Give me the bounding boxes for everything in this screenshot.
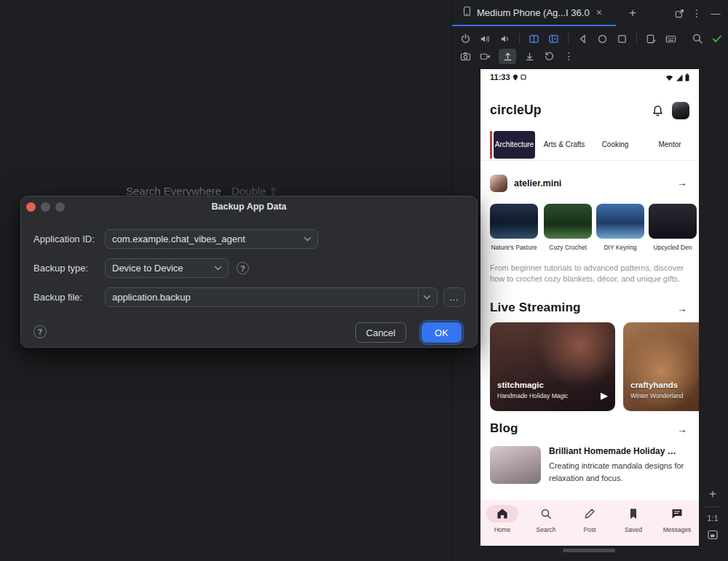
- stream-name: craftyhands: [630, 381, 678, 389]
- card-label: Upcycled Den: [646, 244, 699, 251]
- backup-app-data-dialog: Backup App Data Application ID: com.exam…: [20, 196, 478, 348]
- category-tabs: Architecture Arts & Crafts Cooking Mento…: [480, 129, 699, 161]
- backup-file-combobox[interactable]: application.backup: [105, 287, 438, 307]
- ok-button[interactable]: OK: [422, 322, 462, 343]
- volume-up-button[interactable]: [479, 33, 491, 45]
- live-streaming-heading: Live Streaming: [490, 301, 581, 315]
- app-title: circleUp: [490, 103, 542, 118]
- nav-post[interactable]: Post: [568, 500, 612, 546]
- stream-subtitle: Winter Wonderland: [630, 392, 684, 399]
- application-id-select[interactable]: com.example.chat_vibes_agent: [105, 229, 318, 249]
- tab-cooking[interactable]: Cooking: [594, 131, 636, 159]
- screenshot-settings-button[interactable]: [645, 33, 657, 45]
- backup-file-value: application.backup: [112, 292, 414, 303]
- validate-check-icon[interactable]: [711, 33, 723, 45]
- stream-subtitle: Handmade Holiday Magic: [497, 392, 568, 399]
- zoom-mode-button[interactable]: [691, 33, 703, 45]
- browse-file-button[interactable]: ...: [443, 287, 465, 307]
- tab-mentor[interactable]: Mentor: [649, 131, 690, 159]
- unfold-display-button[interactable]: [547, 33, 560, 45]
- application-id-value: com.example.chat_vibes_agent: [112, 234, 304, 244]
- nav-saved[interactable]: Saved: [612, 500, 655, 546]
- open-in-window-button[interactable]: [672, 6, 687, 20]
- snapshot-restore-button[interactable]: [543, 50, 555, 63]
- nav-search[interactable]: Search: [524, 500, 568, 546]
- profile-name: atelier.mini: [514, 178, 561, 188]
- fit-to-window-button[interactable]: [707, 529, 719, 544]
- kebab-icon: ⋮: [692, 7, 702, 19]
- tab-architecture[interactable]: Architecture: [494, 131, 535, 159]
- wifi-icon: [665, 74, 673, 81]
- card-natures-pasture[interactable]: [490, 204, 538, 239]
- user-avatar[interactable]: [672, 102, 689, 119]
- minimize-panel-button[interactable]: —: [708, 6, 723, 20]
- signal-icon: [676, 74, 683, 81]
- tab-close-icon[interactable]: ×: [596, 7, 602, 17]
- dialog-help-button[interactable]: ?: [33, 325, 47, 338]
- home-icon: [496, 507, 509, 520]
- toolbar-divider: [519, 33, 520, 44]
- blog-post-title[interactable]: Brilliant Homemade Holiday …: [549, 446, 692, 456]
- cancel-button[interactable]: Cancel: [355, 322, 406, 343]
- power-button[interactable]: [459, 33, 472, 45]
- combo-divider: [418, 288, 419, 306]
- profile-arrow-icon[interactable]: →: [677, 177, 687, 188]
- virtual-keyboard-button[interactable]: [665, 33, 677, 45]
- backup-type-help-icon[interactable]: ?: [237, 262, 249, 274]
- tab-arts-crafts[interactable]: Arts & Crafts: [543, 131, 585, 159]
- notifications-bell-icon[interactable]: [652, 105, 664, 120]
- toolbar-overflow-button[interactable]: ⋮: [563, 50, 575, 63]
- blog-arrow-icon[interactable]: →: [677, 423, 687, 435]
- status-icons: [665, 73, 689, 81]
- search-icon: [539, 507, 553, 520]
- nav-label: Post: [583, 526, 596, 533]
- stream-craftyhands[interactable]: craftyhands Winter Wonderland: [623, 322, 699, 411]
- kebab-icon: ⋮: [564, 50, 574, 62]
- minimize-icon: —: [711, 8, 721, 19]
- blog-thumbnail[interactable]: [490, 446, 541, 484]
- pencil-icon: [583, 507, 596, 520]
- zoom-in-button[interactable]: +: [709, 488, 716, 500]
- stream-stitchmagic[interactable]: stitchmagic Handmade Holiday Magic ▶: [490, 322, 615, 411]
- volume-down-button[interactable]: [499, 33, 511, 45]
- zoom-ratio-label[interactable]: 1:1: [707, 514, 718, 522]
- emulator-tabstrip: Medium Phone (Ag...I 36.0 × + ⋮ —: [452, 0, 728, 26]
- fold-display-button[interactable]: [528, 33, 540, 45]
- chevron-down-icon: [304, 236, 312, 242]
- profile-row[interactable]: atelier.mini →: [480, 175, 699, 196]
- panel-menu-button[interactable]: ⋮: [689, 6, 704, 20]
- card-cozy-crochet[interactable]: [544, 204, 592, 239]
- chevron-down-icon[interactable]: [423, 295, 431, 300]
- chevron-down-icon: [214, 266, 222, 271]
- emulator-panel: Medium Phone (Ag...I 36.0 × + ⋮ —: [451, 0, 728, 561]
- play-icon[interactable]: ▶: [601, 390, 608, 401]
- screenshot-camera-button[interactable]: [459, 50, 472, 63]
- live-streaming-arrow-icon[interactable]: →: [677, 303, 687, 314]
- backup-type-select[interactable]: Device to Device: [105, 258, 229, 278]
- application-id-label: Application ID:: [33, 229, 95, 249]
- android-home-button[interactable]: [596, 33, 609, 45]
- nav-label: Home: [494, 526, 511, 533]
- nav-home[interactable]: Home: [480, 500, 524, 546]
- new-tab-button[interactable]: +: [624, 4, 641, 22]
- screen-record-button[interactable]: [479, 50, 491, 63]
- android-back-button[interactable]: [577, 33, 589, 45]
- card-label: Nature's Pasture: [488, 244, 540, 251]
- zoom-controls: + 1:1: [700, 488, 726, 544]
- status-bar: 11:33: [480, 69, 699, 87]
- nav-messages[interactable]: Messages: [655, 500, 699, 546]
- toolbar-divider: [568, 33, 569, 44]
- card-upcycled-den[interactable]: [649, 204, 697, 239]
- android-overview-button[interactable]: [616, 33, 628, 45]
- toolbar-divider: [636, 33, 637, 44]
- zoom-divider: [705, 506, 721, 507]
- push-file-button[interactable]: [499, 49, 516, 64]
- card-label: DIY Keyring: [594, 244, 646, 251]
- card-diy-keyring[interactable]: [596, 204, 644, 239]
- gesture-bar-handle[interactable]: [563, 549, 615, 552]
- emulator-toolbar-row1: [459, 31, 723, 46]
- blog-heading: Blog: [490, 421, 518, 436]
- pull-file-button[interactable]: [523, 50, 536, 63]
- emulator-device-tab[interactable]: Medium Phone (Ag...I 36.0 ×: [452, 0, 616, 26]
- bookmark-icon: [627, 507, 640, 520]
